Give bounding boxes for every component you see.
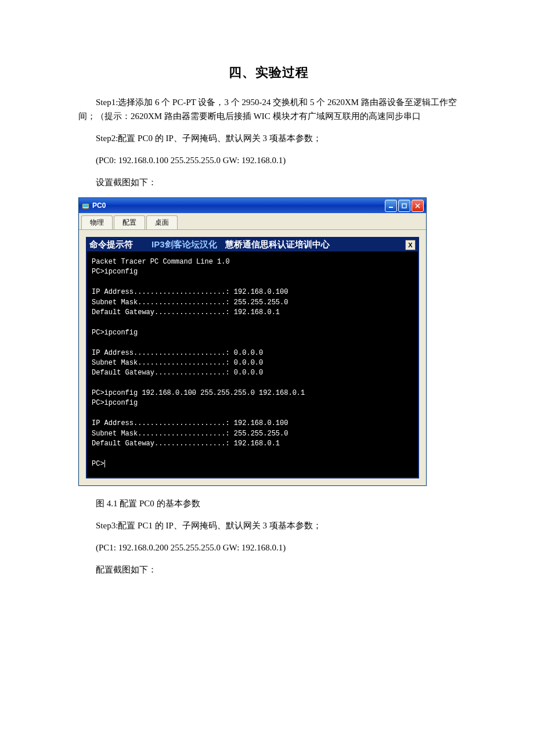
pc1-params: (PC1: 192.168.0.200 255.255.255.0 GW: 19… <box>78 541 459 555</box>
step2-text: Step2:配置 PC0 的 IP、子网掩码、默认网关 3 项基本参数； <box>78 131 459 145</box>
close-button[interactable] <box>412 200 424 212</box>
app-icon <box>81 201 90 210</box>
tab-desktop[interactable]: 桌面 <box>146 215 178 229</box>
terminal-close-x[interactable]: X <box>405 240 416 250</box>
window-title: PC0 <box>92 201 385 210</box>
tab-bar: 物理 配置 桌面 <box>79 213 426 230</box>
svg-rect-3 <box>389 207 393 208</box>
figure-caption: 图 4.1 配置 PC0 的基本参数 <box>78 496 459 510</box>
window-titlebar[interactable]: PC0 <box>79 198 426 213</box>
section-heading: 四、实验过程 <box>78 64 459 81</box>
set-caption: 设置截图如下： <box>78 175 459 189</box>
terminal-header-center2: 慧桥通信思科认证培训中心 <box>225 239 330 250</box>
page-content: 四、实验过程 Step1:选择添加 6 个 PC-PT 设备，3 个 2950-… <box>0 0 534 608</box>
cfg-caption: 配置截图如下： <box>78 563 459 577</box>
svg-rect-4 <box>402 204 406 208</box>
svg-rect-1 <box>83 204 88 207</box>
maximize-button[interactable] <box>398 200 410 212</box>
step1-text: Step1:选择添加 6 个 PC-PT 设备，3 个 2950-24 交换机和… <box>78 95 459 123</box>
terminal-header: 命令提示符 IP3剑客论坛汉化 慧桥通信思科认证培训中心 X <box>87 238 418 251</box>
svg-rect-2 <box>84 208 87 209</box>
text-cursor <box>104 460 105 467</box>
terminal-frame: 命令提示符 IP3剑客论坛汉化 慧桥通信思科认证培训中心 X Packet Tr… <box>86 237 419 478</box>
tab-physical[interactable]: 物理 <box>81 215 113 229</box>
terminal-output[interactable]: Packet Tracer PC Command Line 1.0 PC>ipc… <box>87 251 418 477</box>
minimize-button[interactable] <box>385 200 397 212</box>
terminal-header-center1: IP3剑客论坛汉化 <box>151 239 217 250</box>
step3-text: Step3:配置 PC1 的 IP、子网掩码、默认网关 3 项基本参数； <box>78 519 459 532</box>
window-buttons <box>385 200 424 212</box>
pc0-params: (PC0: 192.168.0.100 255.255.255.0 GW: 19… <box>78 153 459 167</box>
terminal-header-left: 命令提示符 <box>89 239 138 250</box>
tab-config[interactable]: 配置 <box>114 215 145 229</box>
window-content: 命令提示符 IP3剑客论坛汉化 慧桥通信思科认证培训中心 X Packet Tr… <box>79 230 426 485</box>
pc0-window: PC0 物理 配置 桌面 命令提示符 IP3剑 <box>78 197 427 486</box>
